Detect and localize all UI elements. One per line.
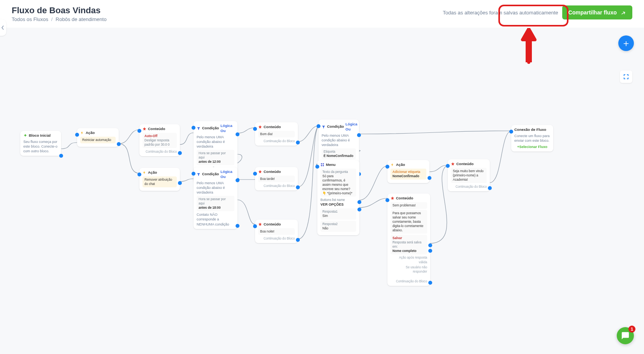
node-content-boanoite[interactable]: Conteúdo Boa noite! Continuação do Bloco [255, 220, 298, 243]
bolt-icon [391, 163, 394, 167]
star-icon [143, 127, 146, 131]
header-right: Todas as alterações foram salvas automat… [443, 5, 632, 19]
share-icon [620, 9, 626, 16]
star-icon [451, 162, 455, 166]
node-action-addtag[interactable]: Ação Adicionar etiquetaNomeConfirmado [387, 160, 429, 183]
add-node-fab[interactable]: ＋ [618, 35, 634, 51]
fullscreen-icon [623, 74, 629, 80]
node-flow-connection[interactable]: Conexão de Fluxo Conecte um fluxo para e… [511, 125, 553, 151]
star-icon [258, 125, 262, 129]
star-icon [258, 170, 262, 174]
breadcrumb: Todos os Fluxos / Robôs de atendimento [12, 16, 107, 22]
star-icon [391, 196, 394, 200]
fullscreen-button[interactable] [620, 70, 632, 83]
node-menu[interactable]: Menu Texto da perguntaSó para confirmarm… [317, 160, 359, 235]
node-content-bomdia[interactable]: Conteúdo Bom dia! Continuação do Bloco [255, 122, 298, 146]
svg-rect-2 [323, 164, 324, 165]
filter-icon [322, 125, 326, 129]
bolt-icon [143, 171, 146, 174]
header: Fluxo de Boas Vindas Todos os Fluxos / R… [0, 0, 644, 28]
share-flow-button[interactable]: Compartilhar fluxo [562, 5, 632, 19]
node-content-autooff[interactable]: Conteúdo Auto-OffDesligar resposta padrã… [139, 124, 180, 156]
svg-rect-4 [323, 165, 324, 166]
node-content-welcome[interactable]: Conteúdo Seja muito bem vindo (primeiro-… [448, 159, 490, 191]
chat-badge: 1 [628, 326, 635, 333]
page-title: Fluxo de Boas Vindas [12, 5, 107, 16]
chat-icon [621, 331, 630, 340]
node-initial[interactable]: Bloco Inicial Seu fluxo começa por este … [20, 131, 61, 156]
node-action-restart[interactable]: Ação Reiniciar automação [77, 128, 119, 147]
bolt-icon [80, 131, 84, 135]
menu-icon [320, 163, 324, 167]
breadcrumb-link-all[interactable]: Todos os Fluxos [12, 16, 48, 22]
breadcrumb-current: Robôs de atendimento [56, 16, 107, 22]
node-content-problem[interactable]: Conteúdo Sem problemas! Para que possamo… [387, 194, 430, 286]
rocket-icon [23, 134, 27, 137]
chat-button[interactable]: 1 [617, 327, 634, 344]
node-content-boatarde[interactable]: Conteúdo Boa tarde! Continuação do Bloco [255, 167, 298, 190]
header-left: Fluxo de Boas Vindas Todos os Fluxos / R… [12, 5, 107, 22]
svg-rect-3 [321, 165, 322, 166]
svg-rect-1 [321, 164, 322, 165]
node-condition-2[interactable]: CondiçãoLógica Ou Pelo menos UMA condiçã… [194, 167, 238, 229]
node-action-remove[interactable]: Ação Remover atribuição do chat [139, 168, 180, 191]
star-icon [258, 222, 262, 226]
flow-canvas[interactable]: Bloco Inicial Seu fluxo começa por este … [0, 28, 644, 354]
filter-icon [197, 127, 201, 130]
select-flow-button[interactable]: +Selecionar Fluxo [514, 144, 550, 149]
save-status: Todas as alterações foram salvas automat… [443, 10, 558, 16]
filter-icon [197, 173, 201, 176]
